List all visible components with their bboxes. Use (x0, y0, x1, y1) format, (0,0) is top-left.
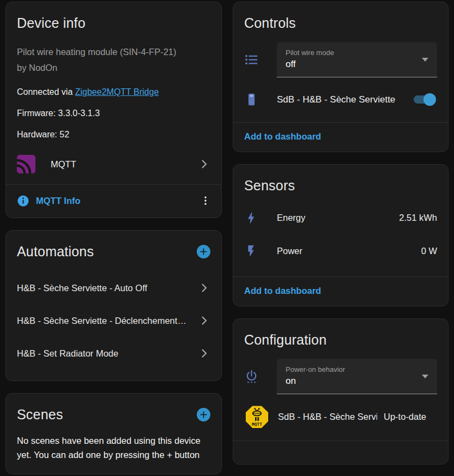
switch-entity-name: SdB - H&B - Sèche Serviette (277, 94, 406, 105)
mqtt-info-label: MQTT Info (36, 196, 81, 206)
automation-name: H&B - Set Radiator Mode (17, 348, 193, 359)
device-model-line: Pilot wire heating module (SIN-4-FP-21) (17, 44, 210, 60)
firmware-update-row[interactable]: MQTT SdB - H&B - Sèche Servi… Up-to-date (244, 404, 437, 430)
toggle-knob (423, 93, 436, 106)
power-settings-icon (244, 369, 266, 384)
overflow-menu-button[interactable] (198, 194, 213, 208)
right-column: Controls Pilot wire mode off (233, 2, 449, 465)
power-on-behavior-row: Power-on behavior on (244, 359, 437, 394)
connected-via-line: Connected via Zigbee2MQTT Bridge (17, 87, 210, 97)
hardware-value: 52 (59, 130, 69, 139)
device-page: Device info Pilot wire heating module (S… (0, 0, 454, 476)
remote-module-icon (244, 92, 266, 107)
chevron-right-icon (197, 347, 210, 360)
device-info-footer: MQTT Info (6, 184, 221, 218)
scenes-title: Scenes (17, 407, 63, 423)
select-label: Pilot wire mode (286, 49, 428, 57)
pilot-wire-mode-row: Pilot wire mode off (244, 42, 437, 77)
sensor-value: 0 W (421, 246, 437, 256)
hardware-line: Hardware: 52 (17, 130, 210, 140)
mqtt-integration-row[interactable]: MQTT (17, 155, 210, 184)
mqtt-logo-icon (17, 155, 35, 173)
configuration-footer (233, 441, 448, 464)
device-manufacturer-line: by NodOn (17, 60, 210, 76)
controls-card: Controls Pilot wire mode off (233, 2, 449, 152)
info-circle-icon (17, 195, 29, 207)
firmware-line: Firmware: 3.3.0-3.1.3 (17, 109, 210, 118)
chevron-right-icon (197, 281, 210, 294)
controls-add-to-dashboard-link[interactable]: Add to dashboard (244, 131, 321, 142)
automation-row[interactable]: H&B - Set Radiator Mode (17, 337, 210, 370)
sensors-card: Sensors Energy 2.51 kWh Power 0 W (233, 164, 449, 306)
chevron-right-icon (197, 158, 210, 171)
automation-row[interactable]: H&B - Sèche Serviette - Auto Off (17, 272, 210, 304)
connected-via-text: Connected via (17, 87, 75, 97)
scenes-empty-text: No scenes have been added using this dev… (17, 433, 210, 474)
configuration-card: Configuration Power-on behavior (233, 318, 449, 465)
sensor-row[interactable]: Energy 2.51 kWh (233, 201, 448, 234)
dots-vertical-icon (199, 195, 211, 207)
automation-name: H&B - Sèche Serviette - Auto Off (17, 283, 193, 293)
sensor-name: Energy (277, 213, 305, 223)
chevron-right-icon (197, 314, 210, 327)
sensor-row[interactable]: Power 0 W (233, 234, 448, 268)
switch-entity-row: SdB - H&B - Sèche Serviette (244, 92, 437, 107)
power-on-behavior-select[interactable]: Power-on behavior on (277, 359, 437, 394)
flash-icon (244, 244, 266, 258)
zigbee2mqtt-bridge-link[interactable]: Zigbee2MQTT Bridge (75, 87, 159, 97)
zigbee2mqtt-bee-icon: MQTT (244, 404, 270, 430)
add-automation-button[interactable] (197, 245, 210, 258)
sensor-name: Power (277, 246, 302, 256)
device-model: Pilot wire heating module (SIN-4-FP-21) … (17, 44, 210, 76)
hardware-label: Hardware: (17, 130, 57, 139)
configuration-title: Configuration (244, 332, 437, 348)
automations-card: Automations H&B - Sèche Serviette - Auto… (5, 230, 222, 381)
sensors-title: Sensors (244, 178, 437, 194)
mqtt-row-label: MQTT (51, 159, 76, 170)
sensors-add-to-dashboard-link[interactable]: Add to dashboard (244, 286, 321, 296)
automation-name: H&B - Sèche Serviette - Déclenchement… (17, 316, 193, 326)
update-entity-name: SdB - H&B - Sèche Servi… (278, 412, 377, 422)
dropdown-caret-icon (422, 58, 428, 65)
add-scene-button[interactable] (197, 408, 210, 421)
dropdown-caret-icon (422, 375, 428, 382)
sensor-value: 2.51 kWh (399, 213, 437, 223)
sensors-list: Energy 2.51 kWh Power 0 W (233, 194, 448, 276)
entity-toggle-switch[interactable] (414, 95, 434, 104)
select-value: off (286, 59, 428, 70)
format-list-bulleted-icon (244, 52, 266, 67)
left-column: Device info Pilot wire heating module (S… (5, 2, 222, 474)
automation-row[interactable]: H&B - Sèche Serviette - Déclenchement… (17, 304, 210, 337)
automations-list: H&B - Sèche Serviette - Auto Off H&B - S… (6, 260, 221, 381)
update-status: Up-to-date (384, 412, 426, 422)
device-info-card: Device info Pilot wire heating module (S… (5, 2, 222, 218)
plus-icon (198, 409, 209, 420)
firmware-value: 3.3.0-3.1.3 (58, 109, 100, 118)
select-value: on (286, 376, 428, 387)
plus-icon (198, 246, 209, 257)
mqtt-info-link[interactable]: MQTT Info (17, 195, 81, 207)
lightning-bolt-icon (244, 211, 266, 225)
pilot-wire-mode-select[interactable]: Pilot wire mode off (277, 42, 437, 77)
firmware-label: Firmware: (17, 109, 56, 118)
scenes-card: Scenes No scenes have been added using t… (5, 393, 222, 474)
svg-text:MQTT: MQTT (252, 422, 262, 427)
automations-title: Automations (17, 244, 94, 260)
device-info-title: Device info (17, 15, 210, 31)
controls-title: Controls (244, 15, 437, 31)
select-label: Power-on behavior (286, 365, 428, 373)
